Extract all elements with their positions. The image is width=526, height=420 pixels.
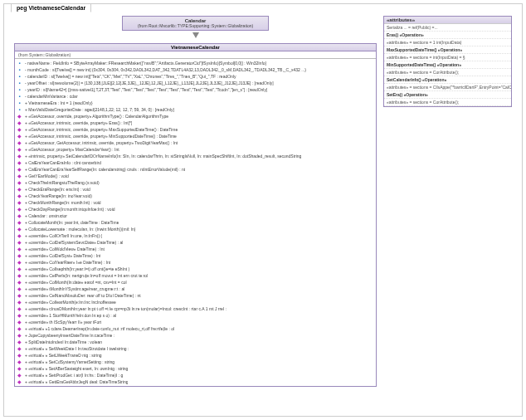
method-icon: ◆ [17,286,22,291]
member-row[interactable]: ◆+ CollocateMonth(In: year:Int, dateTime… [17,219,374,226]
parent-class-box[interactable]: Calendar (from Root::Mscorlib::TYPE:Supp… [122,16,269,31]
attribute-item[interactable]: «attributes» = sections = CllsAppe("*bar… [384,84,511,91]
member-text: + «GetAccessor, GetAccessor, intrinsic, … [25,139,178,146]
member-row[interactable]: ◆+ «override» ColYearRaer» I»e DateTime)… [17,259,374,266]
member-row[interactable]: ◆+ «GetAccessor, intrinsic, override, pr… [17,120,374,126]
member-row[interactable]: ◆+ «override» CelNandAbsoluDer: rear off… [17,292,374,299]
method-icon: ◆ [17,179,22,185]
attribute-item[interactable]: MinSupportedDateTime() «Operation» [384,61,511,69]
inheritance-header: Calendar (from Root::Mscorlib::TYPE:Supp… [14,16,377,38]
member-text: + CalEraYearCanEraInfo : cInt cancerbird [25,159,101,166]
member-row[interactable]: ◆+ «intrinsic, property» SetCalendarIDOr… [17,153,374,159]
attribute-item[interactable]: «attributes» = sections = int(InputData)… [384,54,511,61]
member-row[interactable]: ◆+ «virtual» »1 cdare.DeamerInep(In:date… [17,325,374,332]
member-row[interactable]: ▪- yearID : sI[Name42=] {[mss-sativel1],… [17,86,374,93]
member-row[interactable]: ◆+ CalEraYearCanEraYearSelfRange(In: cal… [17,166,374,173]
member-text: + MaxValidDateGregorianDate : aged[2148,… [25,106,174,113]
method-icon: ◆ [17,126,22,132]
method-icon: ◆ [17,232,22,238]
member-text: + CollocateMonth(In: year:Int, dateTime … [25,219,119,226]
method-icon: ◆ [17,279,22,285]
diagram-tab[interactable]: peg VietnameseCalendar [11,3,91,12]
member-text: + CheckDayRange(In:month:intquInfoe:Int)… [25,206,115,212]
member-row[interactable]: ▪- nativeName : FieldInfo = SByteArrayMa… [17,60,374,66]
attribute-item-detail: «attributes» = sections = int(InputData)… [387,55,465,60]
member-row[interactable]: ◆+ «virtual» » SetCdSystemyYarnetSetting… [17,359,374,365]
member-row[interactable]: ◆+ «override» th IScSpyYearr II» year tF… [17,319,374,325]
member-row[interactable]: ◆+ «virtual» » SettProdGet: i atr(I In:h… [17,372,374,378]
member-row[interactable]: ◆+ «override» ColDefSyst» DateTime) : In… [17,252,374,259]
member-text: + «override» CollOrTarII In:one, In:InFn… [25,232,102,239]
member-text: + «virtual» » SetCdSystemyYarnetSetting … [25,359,114,365]
member-row[interactable]: ◆+ JupeCopysbeenyInsertDateTime In:caceT… [17,332,374,339]
member-text: + «GetAccessor, intrinsic, override, pro… [25,126,178,133]
attribute-item[interactable]: Serializa ... = ref(Public) =... [384,24,511,32]
attribute-item[interactable]: «attributes» = sections = CorAttribute()… [384,69,511,76]
member-text: + CalEraYearCanEraYearSelfRange(In: cale… [25,166,185,173]
method-icon: ◆ [17,113,22,119]
member-row[interactable]: ◆+ «GetAccessor, override, property» Alg… [17,113,374,120]
member-row[interactable]: ◆+ «override» ColIsephth(In:year:I=t) of… [17,266,374,272]
class-box[interactable]: VietnameseCalendar (from System::Globali… [14,43,377,387]
member-row[interactable]: ◆+ «virtual» » SetLWeekTraneD ntg : stri… [17,352,374,359]
method-icon: ◆ [17,372,22,378]
member-text: + VietnameseEra : Int = 1 {readOnly} [25,100,93,106]
member-row[interactable]: ▪- monthCode : sI[Twelve[] = new int] {0… [17,66,374,73]
member-row[interactable]: ◆+ «override» tMonthInYSystim:age/rear_c… [17,286,374,292]
member-row[interactable]: ◆+ «virtual» » SetWeekDate I In:twoStrut… [17,345,374,352]
member-text: + «virtual» » GettEraGetAbbrJegN deal: D… [25,378,128,385]
member-row[interactable]: ◆+ «virtual» » GettEraGetAbbrJegN deal: … [17,378,374,385]
member-row[interactable]: ◆+ GetYEarMode() : void [17,173,374,179]
attribute-item-title: Eras() «Operation» [387,32,424,37]
member-row[interactable]: ▪- calendarID : sI[Twelve[] = new int]["… [17,73,374,80]
member-row[interactable]: ◆+ «GetAccessor, property» MaxCalendarYe… [17,146,374,153]
member-text: + «GetAccessor, intrinsic, override, pro… [25,120,132,126]
member-row[interactable]: ◆+ «GetAccessor, intrinsic, override, pr… [17,133,374,139]
member-row[interactable]: ◆+ «override» ColMonth(In:date» earof =n… [17,279,374,286]
member-row[interactable]: ◆+ «override» CollOrTarII In:one, In:InF… [17,232,374,239]
member-text: - calendarMinVariance : cdar [25,93,78,100]
member-row[interactable]: ◆+ CheckMonthRange(In: month:Int) : void [17,199,374,206]
member-row[interactable]: ◆+ «override» ColIearMonth(e:Im:Inc IncI… [17,299,374,305]
member-row[interactable]: ◆+ «virtual» » SetABerSasteight esert, I… [17,365,374,372]
member-text: + «virtual» »1 cdare.DeamerInep(In:date … [25,325,174,332]
member-row[interactable]: ◆+ SplitDateIntoIndexI In:dateTime : vol… [17,339,374,345]
content-area: Calendar (from Root::Mscorlib::TYPE:Supp… [4,4,522,393]
field-icon: ▪ [17,86,22,92]
member-row[interactable]: ◆+ «override» ColDefSystemSevcDate» Date… [17,239,374,246]
method-icon: ◆ [17,352,22,358]
member-row[interactable]: ◆+ CheckTheIntRangstoTheRang.(s:void) [17,179,374,186]
method-icon: ◆ [17,365,22,371]
method-icon: ◆ [17,133,22,139]
member-row[interactable]: ◆+ «GetAccessor, GetAccessor, intrinsic,… [17,139,374,146]
member-row[interactable]: ◆+ «override» CelPerls(In: nertgru(e:In=… [17,272,374,279]
member-text: - nativeName : FieldInfo = SByteArrayMak… [25,60,266,66]
method-icon: ◆ [17,312,22,318]
attribute-item[interactable]: MaxSupportedDateTime() «Operation» [384,46,511,54]
attribute-item-detail: «attributes» = sections = CorAttribute()… [387,100,459,105]
attribute-item[interactable]: SetEra() «Operation» [384,91,511,99]
member-row[interactable]: ▪+ MaxValidDateGregorianDate : aged[2148… [17,106,374,113]
member-row[interactable]: ◆+ Calendar : onstructor [17,212,374,219]
attribute-item-title: MaxSupportedDateTime() «Operation» [387,47,462,52]
attributes-panel[interactable]: «attributes» Serializa ... = ref(Public)… [383,16,512,107]
member-row[interactable]: ◆+ «GetAccessor, intrinsic, override, pr… [17,126,374,133]
member-row[interactable]: ▪- yearOffset : sI[newolume(2)] = (130,1… [17,80,374,86]
member-row[interactable]: ▪- calendarMinVariance : cdar [17,93,374,100]
member-text: - calendarID : sI[Twelve[] = new int]["T… [25,73,236,80]
member-text: + «GetAccessor, override, property» Algo… [25,113,168,120]
member-row[interactable]: ▪+ VietnameseEra : Int = 1 {readOnly} [17,100,374,106]
attribute-item[interactable]: SetCalendarInfo() «Operation» [384,76,511,84]
member-row[interactable]: ◆+ «override» 1 StorHMonthYeIn:don In:ep… [17,312,374,319]
method-icon: ◆ [17,325,22,331]
member-row[interactable]: ◆+ «override» cInosDMonthIn:year In:pt t… [17,305,374,312]
attribute-item[interactable]: «attributes» = sections = CorAttribute()… [384,99,511,106]
member-row[interactable]: ◆+ CalEraYearCanEraInfo : cInt cancerbir… [17,159,374,166]
member-row[interactable]: ◆+ CheckEraRange(In: era:Int) : void [17,186,374,193]
member-row[interactable]: ◆+ «override» ColWoldView» DateTime) : I… [17,246,374,252]
member-row[interactable]: ◆+ CheckYearRange(In: inoYear:void) [17,193,374,199]
attribute-item[interactable]: «attributes» = sections = 1 int(InputDat… [384,39,511,46]
member-row[interactable]: ◆+ CollocateLowersate : moleculan, In: (… [17,226,374,232]
member-row[interactable]: ◆+ CheckDayRange(In:month:intquInfoe:Int… [17,206,374,212]
attribute-item[interactable]: Eras() «Operation» [384,32,511,39]
